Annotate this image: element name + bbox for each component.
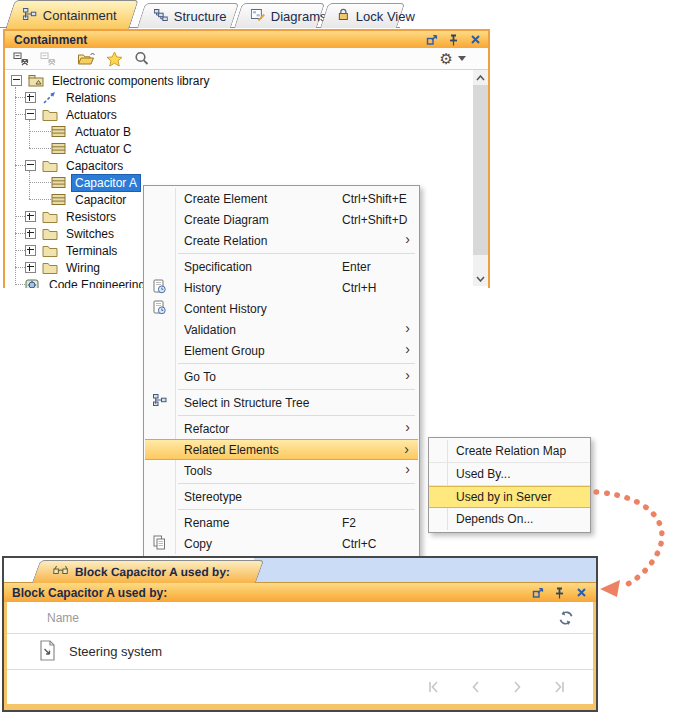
tree-item-actuators[interactable]: Actuators	[5, 106, 488, 123]
options-gear-icon[interactable]: ⚙	[440, 51, 453, 66]
refresh-icon[interactable]	[557, 609, 575, 627]
menu-item-copy[interactable]: Copy Ctrl+C	[144, 533, 419, 554]
previous-page-icon[interactable]	[468, 680, 483, 694]
collapse-expander[interactable]	[25, 109, 36, 120]
tree-scrollbar[interactable]	[473, 70, 488, 286]
search-icon[interactable]	[134, 51, 149, 66]
tree-item-actuator-b[interactable]: Actuator B	[5, 123, 488, 140]
next-page-icon[interactable]	[510, 680, 525, 694]
menu-item-select-in-structure-tree[interactable]: Select in Structure Tree	[144, 392, 419, 413]
collapse-expander[interactable]	[11, 75, 22, 86]
results-body: Steering system	[7, 602, 593, 704]
menu-item-refactor[interactable]: Refactor	[144, 418, 419, 439]
gear-dropdown-caret[interactable]	[458, 56, 466, 65]
tree-guide	[29, 131, 51, 132]
submenu-item-used-by-in-server[interactable]: Used by in Server	[429, 486, 590, 508]
tree-guide	[29, 182, 51, 183]
structure-icon	[154, 9, 168, 24]
scrollbar-thumb[interactable]	[473, 85, 488, 255]
menu-item-shortcut: F2	[342, 516, 356, 530]
lock-icon	[337, 8, 350, 24]
open-folder-icon[interactable]	[77, 51, 95, 66]
pin-icon[interactable]	[553, 586, 566, 599]
first-page-icon[interactable]	[426, 680, 441, 694]
block-icon	[51, 176, 67, 190]
tab-structure[interactable]: Structure	[137, 3, 239, 28]
submenu-item-create-relation-map[interactable]: Create Relation Map	[429, 440, 590, 463]
menu-item-create-relation[interactable]: Create Relation	[144, 230, 419, 251]
tab-label: Lock View	[356, 9, 415, 24]
menu-item-create-diagram[interactable]: Create Diagram Ctrl+Shift+D	[144, 209, 419, 230]
pin-icon[interactable]	[447, 33, 460, 46]
tree-item-label: Actuator C	[72, 141, 135, 157]
tree-guide	[15, 267, 25, 268]
filter-row	[7, 602, 593, 634]
tab-block-capacitor-a-used-by[interactable]: Block Capacitor A used by:	[32, 560, 264, 583]
app-screen: Containment Structure Diagrams Lock View	[0, 0, 687, 717]
menu-item-label: Stereotype	[184, 490, 242, 504]
tree-item-electronic-components-library[interactable]: Electronic components library	[5, 72, 488, 89]
last-page-icon[interactable]	[552, 680, 567, 694]
menu-item-rename[interactable]: Rename F2	[144, 512, 419, 533]
scroll-down-icon[interactable]	[473, 271, 488, 286]
tree-guide	[15, 87, 16, 285]
collapse-all-icon[interactable]	[13, 51, 29, 66]
tab-containment[interactable]: Containment	[5, 0, 138, 29]
diagrams-icon	[251, 8, 265, 24]
tree-item-actuator-c[interactable]: Actuator C	[5, 140, 488, 157]
float-window-icon[interactable]	[531, 586, 544, 599]
tree-item-label: Switches	[63, 226, 117, 242]
expand-expander[interactable]	[25, 262, 36, 273]
expand-expander[interactable]	[25, 228, 36, 239]
close-icon[interactable]	[575, 586, 588, 599]
float-window-icon[interactable]	[425, 33, 438, 46]
menu-item-related-elements[interactable]: Related Elements	[145, 439, 418, 460]
menu-item-label: Create Diagram	[184, 213, 269, 227]
menu-item-content-history[interactable]: Content History	[144, 298, 419, 319]
name-filter-input[interactable]	[45, 610, 545, 626]
menu-item-stereotype[interactable]: Stereotype	[144, 486, 419, 507]
tab-label: Diagrams	[271, 9, 327, 24]
tree-guide	[15, 114, 25, 115]
menu-item-specification[interactable]: Specification Enter	[144, 256, 419, 277]
menu-item-go-to[interactable]: Go To	[144, 366, 419, 387]
menu-item-label: Used by in Server	[456, 490, 551, 504]
tree-item-label: Wiring	[63, 260, 103, 276]
expand-expander[interactable]	[25, 92, 36, 103]
tree-item-capacitors[interactable]: Capacitors	[5, 157, 488, 174]
relations-icon	[42, 91, 58, 105]
scroll-up-icon[interactable]	[473, 70, 488, 85]
menu-item-history[interactable]: History Ctrl+H	[144, 277, 419, 298]
tab-diagrams[interactable]: Diagrams	[234, 3, 325, 28]
menu-item-label: Tools	[184, 464, 212, 478]
structure-tree-icon	[150, 394, 169, 406]
folder-icon	[42, 261, 58, 275]
tree-item-label: Relations	[63, 90, 119, 106]
tree-item-relations[interactable]: Relations	[5, 89, 488, 106]
tree-item-label-selected: Capacitor A	[72, 175, 140, 191]
submenu-item-depends-on[interactable]: Depends On...	[429, 508, 590, 530]
tree-item-label: Actuator B	[72, 124, 134, 140]
menu-item-label: Related Elements	[184, 443, 279, 457]
close-icon[interactable]	[469, 33, 482, 46]
result-row-steering-system[interactable]: Steering system	[7, 634, 593, 670]
tab-label: Structure	[174, 9, 227, 24]
menu-item-create-element[interactable]: Create Element Ctrl+Shift+E	[144, 188, 419, 209]
menu-item-validation[interactable]: Validation	[144, 319, 419, 340]
menu-item-element-group[interactable]: Element Group	[144, 340, 419, 361]
tab-lock-view[interactable]: Lock View	[320, 3, 405, 28]
package-icon	[28, 74, 44, 88]
related-elements-submenu: Create Relation Map Used By... Used by i…	[428, 437, 591, 533]
favorites-star-icon[interactable]	[106, 51, 123, 67]
copy-icon	[150, 535, 169, 550]
submenu-arrow-icon	[405, 231, 410, 247]
collapse-expander[interactable]	[25, 160, 36, 171]
submenu-item-used-by[interactable]: Used By...	[429, 463, 590, 486]
expand-expander[interactable]	[25, 245, 36, 256]
menu-item-tools[interactable]: Tools	[144, 460, 419, 481]
expand-expander[interactable]	[25, 211, 36, 222]
menu-item-label: Content History	[184, 302, 267, 316]
folder-icon	[42, 159, 58, 173]
code-engineering-icon	[25, 278, 41, 289]
menu-item-label: Depends On...	[456, 512, 533, 526]
